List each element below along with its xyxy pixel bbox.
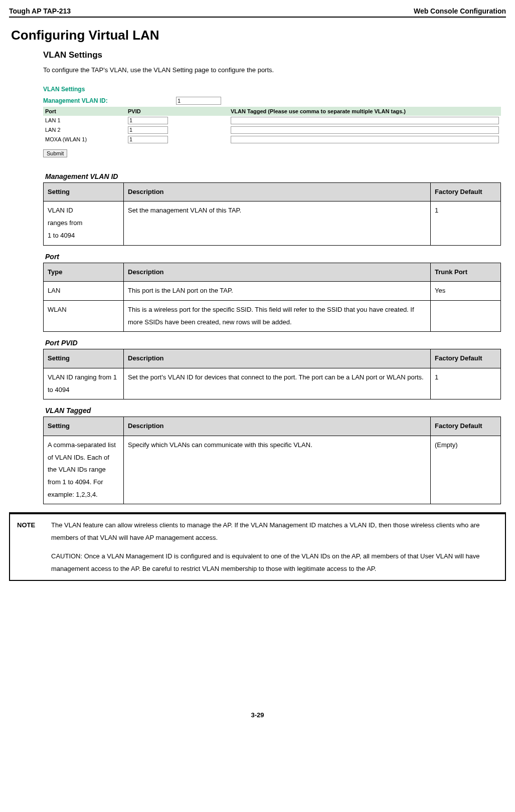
ss-title: VLAN Settings: [43, 86, 501, 93]
table-cell: 1: [431, 368, 501, 399]
table-cell: [431, 300, 501, 331]
table-cell: A comma-separated list of VLAN IDs. Each…: [44, 436, 124, 504]
table-header-cell: Description: [124, 182, 431, 201]
table-header-cell: Description: [124, 417, 431, 436]
table-cell: VLAN ID ranging from 1 to 4094: [44, 368, 124, 399]
intro-text: To configure the TAP's VLAN, use the VLA…: [43, 65, 501, 76]
param-section-title: VLAN Tagged: [45, 407, 501, 415]
tagged-input[interactable]: [231, 126, 499, 134]
table-row: VLAN IDranges from1 to 4094Set the manag…: [44, 201, 501, 245]
table-cell: Specify which VLANs can communicate with…: [124, 436, 431, 504]
table-header-cell: Setting: [44, 417, 124, 436]
note-paragraph: CAUTION: Once a VLAN Management ID is co…: [51, 550, 498, 575]
header-left: Tough AP TAP-213: [9, 7, 71, 15]
table-row: LAN 2: [43, 125, 501, 135]
table-row: LANThis port is the LAN port on the TAP.…: [44, 282, 501, 301]
table-header-cell: Factory Default: [431, 182, 501, 201]
table-header-cell: Setting: [44, 349, 124, 368]
note-paragraph: The VLAN feature can allow wireless clie…: [51, 519, 498, 544]
table-cell: Set the port's VLAN ID for devices that …: [124, 368, 431, 399]
mgmt-vlan-input[interactable]: [176, 97, 221, 105]
pvid-input[interactable]: [128, 126, 168, 134]
pvid-input[interactable]: [128, 117, 168, 124]
table-row: LAN 1: [43, 116, 501, 125]
table-cell: (Empty): [431, 436, 501, 504]
param-section-title: Port: [45, 253, 501, 261]
table-header-cell: Description: [124, 349, 431, 368]
note-label: NOTE: [17, 519, 42, 575]
header-right: Web Console Configuration: [414, 7, 506, 15]
table-header-cell: Factory Default: [431, 349, 501, 368]
table-cell: LAN: [44, 282, 124, 301]
port-label: LAN 1: [45, 117, 128, 123]
table-cell: VLAN IDranges from1 to 4094: [44, 201, 124, 245]
page-number: 3-29: [9, 711, 506, 719]
note-box: NOTE The VLAN feature can allow wireless…: [9, 512, 506, 581]
tagged-input[interactable]: [231, 136, 499, 143]
table-header-cell: Setting: [44, 182, 124, 201]
table-row: A comma-separated list of VLAN IDs. Each…: [44, 436, 501, 504]
note-text: The VLAN feature can allow wireless clie…: [51, 519, 498, 575]
page-title: Configuring Virtual LAN: [11, 28, 506, 43]
table-cell: Set the management VLAN of this TAP.: [124, 201, 431, 245]
table-header-cell: Factory Default: [431, 417, 501, 436]
table-cell: This port is the LAN port on the TAP.: [124, 282, 431, 301]
ss-table-header: Port PVID VLAN Tagged (Please use comma …: [43, 107, 501, 116]
port-label: LAN 2: [45, 127, 128, 133]
hdr-pvid: PVID: [128, 108, 231, 114]
table-cell: WLAN: [44, 300, 124, 331]
mgmt-vlan-label: Management VLAN ID:: [43, 96, 176, 106]
table-header-cell: Type: [44, 263, 124, 282]
table-header-cell: Trunk Port: [431, 263, 501, 282]
hdr-port: Port: [45, 108, 128, 114]
pvid-input[interactable]: [128, 136, 168, 143]
param-table: TypeDescriptionTrunk PortLANThis port is…: [43, 263, 501, 332]
submit-button[interactable]: Submit: [43, 149, 67, 157]
param-table: SettingDescriptionFactory DefaultVLAN ID…: [43, 349, 501, 399]
table-header-cell: Description: [124, 263, 431, 282]
port-label: MOXA (WLAN 1): [45, 136, 128, 142]
hdr-tagged: VLAN Tagged (Please use comma to separat…: [231, 108, 499, 114]
tagged-input[interactable]: [231, 117, 499, 124]
table-cell: This is a wireless port for the specific…: [124, 300, 431, 331]
table-cell: 1: [431, 201, 501, 245]
table-row: MOXA (WLAN 1): [43, 135, 501, 144]
param-section-title: Management VLAN ID: [45, 172, 501, 180]
table-cell: Yes: [431, 282, 501, 301]
param-table: SettingDescriptionFactory DefaultA comma…: [43, 417, 501, 504]
page-header: Tough AP TAP-213 Web Console Configurati…: [9, 7, 506, 18]
table-row: WLANThis is a wireless port for the spec…: [44, 300, 501, 331]
table-row: VLAN ID ranging from 1 to 4094Set the po…: [44, 368, 501, 399]
vlan-settings-screenshot: VLAN Settings Management VLAN ID: Port P…: [43, 86, 501, 157]
param-section-title: Port PVID: [45, 339, 501, 347]
param-table: SettingDescriptionFactory DefaultVLAN ID…: [43, 182, 501, 246]
section-subtitle: VLAN Settings: [43, 50, 501, 60]
